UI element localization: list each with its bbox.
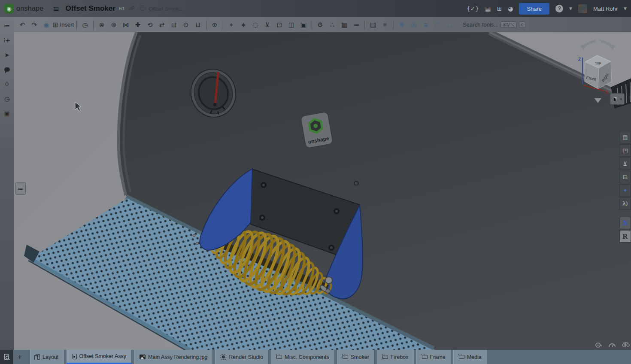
exploded-view-icon[interactable]: ※	[396, 19, 407, 30]
linear-pattern-icon[interactable]: ∗	[238, 19, 249, 30]
revolute-mate-icon[interactable]: ⟲	[144, 19, 155, 30]
group-icon[interactable]: ⊚	[108, 19, 119, 30]
slider-mate-icon[interactable]: ⇄	[156, 19, 167, 30]
user-avatar[interactable]	[578, 4, 587, 13]
3d-viewport[interactable]: onshape	[14, 32, 631, 350]
asm-tab-icon	[72, 354, 77, 359]
user-caret-icon[interactable]: ▼	[624, 6, 627, 11]
explode-panel-icon[interactable]: ⊻	[619, 158, 631, 170]
mate-icon[interactable]: ⊜	[96, 19, 107, 30]
app-lambda-icon[interactable]: λ)	[619, 197, 631, 210]
onshape-badge-part[interactable]: onshape	[300, 112, 333, 149]
help-caret-icon[interactable]: ▼	[569, 6, 572, 11]
share-button[interactable]: Share	[519, 3, 549, 15]
bom-table-icon[interactable]: ▦	[339, 19, 350, 30]
tab-main-assy-rendering-jpg[interactable]: Main Assy Rendering.jpg	[134, 350, 213, 364]
rollback-icon[interactable]: ◉	[41, 19, 52, 30]
properties-form-icon[interactable]: ▣	[2, 108, 12, 118]
breadcrumb[interactable]: Offset Smok...	[149, 6, 184, 12]
ball-mate-icon[interactable]: ⊙	[180, 19, 191, 30]
cube-arrow-up[interactable]	[595, 38, 601, 42]
help-button[interactable]: ?	[555, 5, 563, 12]
tab-layout[interactable]: Layout	[30, 350, 64, 364]
insert-icon[interactable]: ⊞Insert	[53, 19, 74, 30]
appearance-panel-icon[interactable]: ◳	[619, 144, 631, 157]
document-tab-bar: + LayoutOffset Smoker AssyMain Assy Rend…	[0, 350, 631, 364]
undo-icon[interactable]: ↶	[17, 19, 28, 30]
tab-label: Main Assy Rendering.jpg	[148, 354, 207, 360]
scale-icon[interactable]	[622, 341, 630, 348]
tab-misc-components[interactable]: Misc. Components	[271, 350, 335, 364]
instance-list-toggle[interactable]: ≔	[15, 182, 26, 195]
transform-icon[interactable]: ⌖	[226, 19, 237, 30]
copy-parts-icon[interactable]: ⊡	[274, 19, 285, 30]
scene-canvas: onshape	[14, 32, 631, 350]
cylindrical-mate-icon[interactable]: ⊔	[192, 19, 203, 30]
tab-smoker[interactable]: Smoker	[337, 350, 375, 364]
standard-content-icon[interactable]: ▣	[298, 19, 309, 30]
view-options-caret-icon: ▾	[620, 97, 622, 101]
mate-relation-icon[interactable]: ⋈	[120, 19, 131, 30]
display-states-icon[interactable]: ◫	[286, 19, 297, 30]
versions-icon[interactable]: ⁝+	[2, 35, 12, 46]
tab-label: Frame	[430, 354, 446, 360]
variables-icon[interactable]: ≔	[351, 19, 362, 30]
app-x-icon[interactable]: X	[619, 217, 631, 229]
animate-icon[interactable]: ≋	[420, 19, 431, 30]
app-pinwheel-icon[interactable]: ✦	[619, 184, 631, 197]
folder-tab-icon	[422, 355, 428, 359]
tab-label: Media	[467, 354, 482, 360]
app-store-icon[interactable]: ⊞	[497, 5, 502, 12]
user-name[interactable]: Matt Rohr	[593, 6, 618, 12]
assembly-tree-icon[interactable]: ≔	[2, 20, 12, 31]
link-icon[interactable]	[129, 6, 135, 12]
configurations-icon[interactable]: ⚙	[315, 19, 326, 30]
toolbar-divider	[93, 20, 94, 30]
comments-icon[interactable]	[2, 64, 12, 75]
named-positions-icon[interactable]: ◠	[432, 19, 443, 30]
circular-pattern-icon[interactable]: ◌	[250, 19, 261, 30]
planar-mate-icon[interactable]: ⊟	[168, 19, 179, 30]
main-menu-icon[interactable]: ≡	[53, 4, 60, 13]
bom-panel-icon[interactable]: ▤	[619, 131, 631, 143]
history-icon[interactable]: ◷	[79, 19, 91, 30]
shortcut-alt-key: alt/⌥	[501, 21, 517, 28]
redo-icon[interactable]: ↷	[29, 19, 40, 30]
tab-frame[interactable]: Frame	[416, 350, 451, 364]
tab-offset-smoker-assy[interactable]: Offset Smoker Assy	[67, 350, 132, 364]
snapshot-icon[interactable]: ◎	[408, 19, 419, 30]
onshape-logo-icon[interactable]: ◉	[4, 4, 14, 13]
document-folder-icon[interactable]	[140, 7, 146, 11]
help-cube-icon[interactable]: ⬦	[2, 79, 12, 89]
right-app-rail: ▤◳⊻⊟✦λ)XR	[619, 131, 631, 243]
follow-mode-icon[interactable]: ➤	[2, 49, 12, 60]
tab-render-studio[interactable]: Render Studio	[215, 350, 269, 364]
add-tab-button[interactable]: +	[13, 350, 27, 364]
mechanism-icon[interactable]: ∴	[327, 19, 338, 30]
tab-firebox[interactable]: Firebox	[377, 350, 414, 364]
gauge-icon[interactable]	[608, 341, 616, 348]
performance-icon[interactable]	[595, 341, 602, 348]
fastened-mate-icon[interactable]: ✚	[132, 19, 143, 30]
tab-media[interactable]: Media	[453, 350, 487, 364]
tab-label: Layout	[42, 354, 59, 360]
insert-parts-icon[interactable]: ⊻	[262, 19, 273, 30]
custom-features-icon[interactable]: ▤	[367, 19, 379, 30]
section-panel-icon[interactable]: ⊟	[619, 171, 631, 183]
app-r-icon[interactable]: R	[619, 230, 631, 243]
release-notes-icon[interactable]: ▤	[485, 5, 491, 12]
view-options-button[interactable]: ▾	[610, 93, 625, 105]
featurescript-icon[interactable]: {✓}	[467, 5, 479, 12]
mate-connector-icon[interactable]: ⊕	[209, 19, 220, 30]
drawing-tab-icon	[36, 354, 40, 360]
search-tools-input[interactable]: Search tools... alt/⌥ c	[459, 20, 529, 30]
frame-studio-icon[interactable]: ⌗	[379, 19, 391, 30]
insert-label: Insert	[60, 21, 74, 28]
tab-search-button[interactable]	[0, 350, 13, 364]
appearance-icon[interactable]: ◡	[444, 19, 455, 30]
toolbar-divider	[206, 20, 206, 30]
rail-spacer	[619, 211, 631, 216]
stopwatch-icon[interactable]: ◷	[2, 93, 12, 104]
tab-label: Offset Smoker Assy	[79, 353, 127, 359]
learning-center-icon[interactable]: ◕	[508, 5, 513, 12]
